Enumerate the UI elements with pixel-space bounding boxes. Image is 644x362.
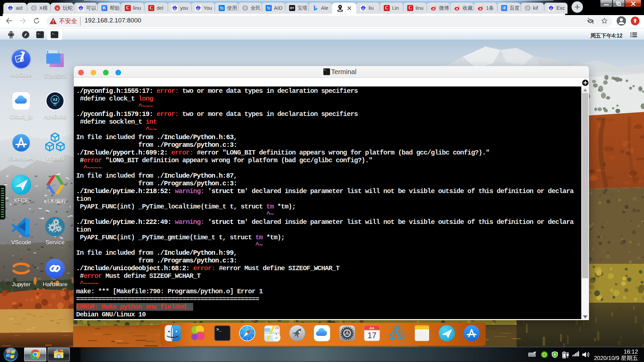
- svg-text:17: 17: [368, 331, 377, 340]
- svg-text:jupyter: jupyter: [14, 266, 28, 271]
- svg-text:>_: >_: [216, 327, 222, 332]
- svg-text:AI: AI: [53, 97, 57, 102]
- svg-text:JUL: JUL: [369, 326, 375, 330]
- svg-text:3D: 3D: [274, 336, 278, 340]
